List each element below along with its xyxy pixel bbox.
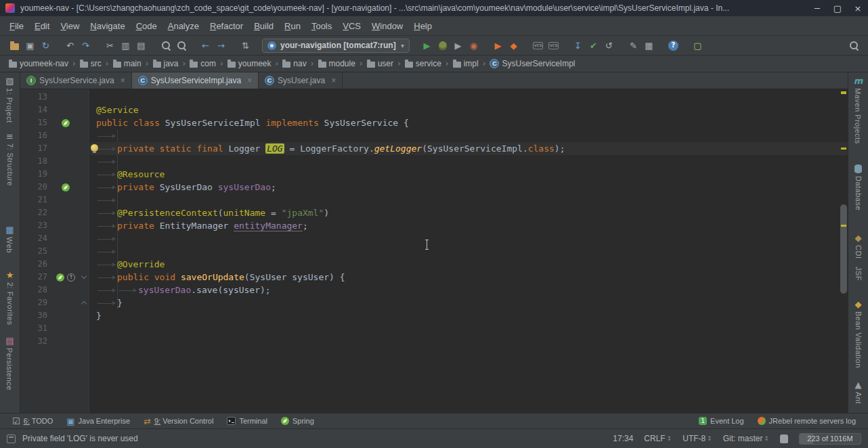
fold-end-icon[interactable]: [81, 301, 87, 307]
menu-item-navigate[interactable]: Navigate: [85, 18, 130, 34]
tab-sysuserservice-java[interactable]: ISysUserService.java×: [20, 72, 132, 89]
tab-close-icon[interactable]: ×: [121, 76, 125, 85]
paste-button[interactable]: ▤: [133, 38, 149, 53]
tool-button-jsf[interactable]: JSF: [854, 267, 863, 281]
breadcrumb-item-nav[interactable]: nav: [280, 58, 308, 69]
toolwindow-button-java-enterprise[interactable]: ▣Java Enterprise: [60, 417, 137, 426]
status-widget-17-34[interactable]: 17:34: [613, 434, 633, 443]
coverage-button[interactable]: ▶: [450, 38, 466, 53]
menu-item-build[interactable]: Build: [248, 18, 279, 34]
menu-item-run[interactable]: Run: [279, 18, 306, 34]
tab-sysuser-java[interactable]: CSysUser.java×: [259, 72, 343, 89]
maximize-button[interactable]: ▢: [827, 0, 848, 16]
fold-open-icon[interactable]: [81, 273, 87, 279]
redo-button[interactable]: ↷: [78, 38, 93, 53]
toolwindow-toggle-icon[interactable]: [7, 434, 16, 443]
tool-button-ant[interactable]: ▲Ant: [854, 380, 863, 404]
toolbar-group: ←→: [198, 38, 229, 53]
toolwindow-button-6-todo[interactable]: ☑6: TODO: [5, 417, 60, 426]
tool-button-cdi[interactable]: ◆CDI: [854, 233, 863, 259]
menu-item-edit[interactable]: Edit: [29, 18, 55, 34]
toolwindow-button-9-version-control[interactable]: ⇄9: Version Control: [137, 417, 220, 426]
jrebel-debug-button[interactable]: ◆: [506, 38, 521, 53]
vcs-commit-mini-button[interactable]: vcs: [546, 38, 561, 53]
breadcrumb-item-com[interactable]: com: [188, 58, 218, 69]
jrebel-run-button[interactable]: ▶: [490, 38, 506, 53]
save-all-button[interactable]: ▣: [22, 38, 38, 53]
find-button[interactable]: [158, 38, 173, 53]
menu-item-tools[interactable]: Tools: [306, 18, 337, 34]
close-button[interactable]: ×: [848, 0, 868, 16]
run-configuration-select[interactable]: your-navigation [tomcat7:run] ▾: [262, 39, 410, 53]
tab-sysuserserviceimpl-java[interactable]: CSysUserServiceImpl.java×: [132, 72, 259, 89]
breadcrumb-item-java[interactable]: java: [151, 58, 181, 69]
jrebel-console-button[interactable]: ▢: [690, 38, 706, 53]
intention-bulb-icon[interactable]: [91, 144, 98, 152]
project-structure-button[interactable]: ▦: [641, 38, 657, 53]
menu-item-refactor[interactable]: Refactor: [204, 18, 248, 34]
menu-item-view[interactable]: View: [55, 18, 85, 34]
toolwindow-button-event-log[interactable]: 1Event Log: [692, 417, 751, 425]
status-widget-crlf[interactable]: CRLF↕: [644, 434, 672, 443]
tool-button-bean-validation[interactable]: ◆Bean Validation: [854, 300, 863, 368]
status-widget-git-master[interactable]: Git: master↕: [723, 434, 769, 443]
edit-run-config-button[interactable]: ✎: [626, 38, 641, 53]
toolwindow-button-terminal[interactable]: Terminal: [220, 417, 274, 425]
profiler-button[interactable]: ◉: [466, 38, 481, 53]
editor-scrollbar[interactable]: [840, 204, 847, 294]
tool-button-7-structure[interactable]: ≡7: Structure: [6, 132, 14, 186]
spring-bean-icon[interactable]: [62, 183, 70, 192]
synchronize-button[interactable]: ↻: [38, 38, 53, 53]
tool-button-1-project[interactable]: ▧1: Project: [5, 76, 14, 122]
menu-item-window[interactable]: Window: [366, 18, 408, 34]
breadcrumb-item-service[interactable]: service: [403, 58, 443, 69]
status-widget-utf-8[interactable]: UTF-8↕: [682, 434, 712, 443]
toolwindow-button-jrebel-remote-servers-log[interactable]: JRebel remote servers log: [751, 417, 863, 425]
annotate-button[interactable]: ⇅: [238, 38, 253, 53]
rollback-button[interactable]: ↺: [601, 38, 617, 53]
copy-button[interactable]: ▥: [118, 38, 133, 53]
menu-item-vcs[interactable]: VCS: [337, 18, 366, 34]
tool-button-web[interactable]: ▦Web: [5, 225, 14, 253]
tab-close-icon[interactable]: ×: [247, 76, 252, 85]
spring-bean-icon[interactable]: [56, 273, 64, 282]
cut-button[interactable]: ✂: [102, 38, 118, 53]
hector-inspections-icon[interactable]: [780, 434, 788, 443]
update-project-button[interactable]: ↧: [570, 38, 586, 53]
memory-indicator[interactable]: 223 of 1016M: [799, 433, 861, 445]
tab-close-icon[interactable]: ×: [331, 76, 336, 85]
code-token: ): [324, 208, 329, 218]
back-button[interactable]: ←: [198, 38, 213, 53]
tool-button-maven-projects[interactable]: mMaven Projects: [854, 76, 863, 144]
menu-item-file[interactable]: File: [4, 18, 29, 34]
breadcrumb-item-sysuserserviceimpl[interactable]: CSysUserServiceImpl: [487, 58, 577, 69]
open-project-button[interactable]: [7, 38, 22, 53]
tool-button-database[interactable]: Database: [854, 164, 863, 210]
debug-button[interactable]: [435, 38, 450, 53]
breadcrumb-item-youmeek-nav[interactable]: youmeek-nav: [7, 58, 70, 69]
breadcrumb-item-src[interactable]: src: [78, 58, 104, 69]
breadcrumb-item-impl[interactable]: impl: [451, 58, 481, 69]
undo-button[interactable]: ↶: [62, 38, 78, 53]
toolwindow-button-spring[interactable]: Spring: [274, 417, 321, 425]
spring-bean-icon[interactable]: [62, 119, 70, 127]
minimize-button[interactable]: ─: [807, 0, 827, 16]
help-button[interactable]: ?: [666, 38, 681, 53]
tool-button-2-favorites[interactable]: ★2: Favorites: [6, 271, 14, 325]
breadcrumb-item-youmeek[interactable]: youmeek: [225, 58, 274, 69]
search-button[interactable]: [846, 38, 861, 53]
commit-changes-button[interactable]: ✔: [586, 38, 601, 53]
replace-button[interactable]: [173, 38, 189, 53]
menu-item-analyze[interactable]: Analyze: [162, 18, 204, 34]
tool-button-persistence[interactable]: ▤Persistence: [5, 336, 14, 390]
editor[interactable]: 1314@Service15public class SysUserServic…: [20, 89, 848, 413]
run-button[interactable]: ▶: [419, 38, 435, 53]
menu-item-help[interactable]: Help: [408, 18, 437, 34]
breadcrumb-item-module[interactable]: module: [316, 58, 357, 69]
menu-item-code[interactable]: Code: [131, 18, 162, 34]
override-icon[interactable]: ↑: [67, 273, 75, 282]
forward-button[interactable]: →: [213, 38, 229, 53]
breadcrumb-item-user[interactable]: user: [365, 58, 395, 69]
breadcrumb-item-main[interactable]: main: [111, 58, 144, 69]
vcs-update-mini-button[interactable]: vcs: [530, 38, 546, 53]
